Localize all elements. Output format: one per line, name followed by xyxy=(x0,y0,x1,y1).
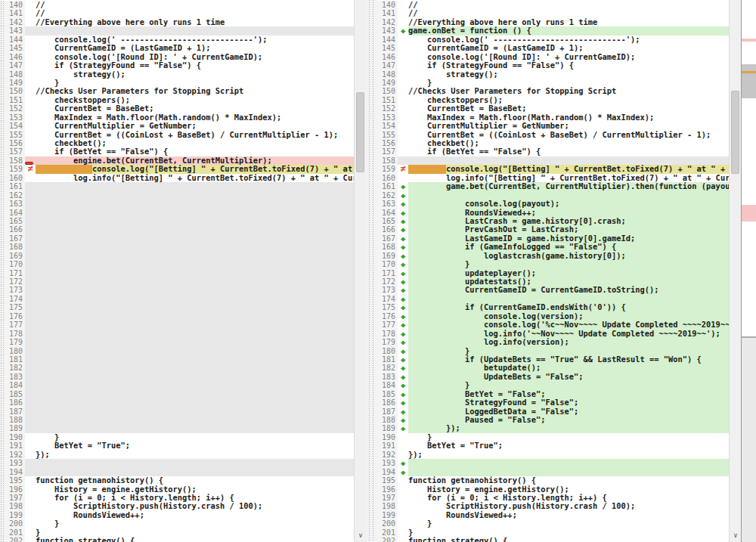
code-line-left-189[interactable]: 189 xyxy=(0,424,354,432)
code-line-left-182[interactable]: 182 xyxy=(0,364,354,372)
code-line-left-158[interactable]: 158 engine.bet(CurrentBet, CurrentMultip… xyxy=(0,156,354,165)
code-line-right-200[interactable]: 200 } xyxy=(376,519,729,528)
code-line-left-165[interactable]: 165 xyxy=(0,217,354,225)
code-line-right-155[interactable]: 155 CurrentBet = ((CoinLost + BaseBet) /… xyxy=(376,131,729,139)
code-line-left-159[interactable]: 159≠ console.log("[Betting] " + CurrentB… xyxy=(0,165,354,173)
code-line-left-185[interactable]: 185 xyxy=(0,390,354,398)
code-line-right-194[interactable]: 194✚ xyxy=(376,468,729,476)
code-line-right-166[interactable]: 166✚ PrevCashOut = LastCrash; xyxy=(376,225,729,234)
code-line-right-161[interactable]: 161✚ game.bet(CurrentBet, CurrentMultipl… xyxy=(376,182,729,190)
code-line-right-193[interactable]: 193✚ xyxy=(376,459,729,467)
code-line-left-177[interactable]: 177 xyxy=(0,321,354,329)
code-line-right-142[interactable]: 142//Everything above here only runs 1 t… xyxy=(376,18,729,26)
code-line-left-170[interactable]: 170 xyxy=(0,260,354,268)
left-editor-pane[interactable]: 140//141//142//Everything above here onl… xyxy=(0,0,354,542)
code-line-right-169[interactable]: 169✚ loglastcrash(game.history[0]); xyxy=(376,252,729,260)
code-line-left-145[interactable]: 145 CurrentGameID = (LastGameID + 1); xyxy=(0,44,354,52)
code-line-left-150[interactable]: 150//Checks User Parameters for Stopping… xyxy=(0,87,354,95)
code-line-left-188[interactable]: 188 xyxy=(0,416,354,424)
code-line-left-153[interactable]: 153 MaxIndex = Math.floor(Math.random() … xyxy=(0,113,354,122)
code-line-right-164[interactable]: 164✚ RoundsViewed++; xyxy=(376,209,729,217)
code-line-left-190[interactable]: 190 } xyxy=(0,433,354,441)
code-line-right-157[interactable]: 157 if (BetYet == "False") { xyxy=(376,147,729,156)
code-line-left-140[interactable]: 140// xyxy=(0,1,354,9)
code-line-right-151[interactable]: 151 checkstoppers(); xyxy=(376,96,729,104)
code-line-left-147[interactable]: 147 if (StrategyFound == "False") { xyxy=(0,61,354,70)
right-scrollbar-thumb[interactable] xyxy=(731,91,739,174)
code-line-right-196[interactable]: 196 History = engine.getHistory(); xyxy=(376,485,729,494)
code-line-left-192[interactable]: 192}); xyxy=(0,451,354,459)
code-line-right-187[interactable]: 187✚ LoggedBetData = "False"; xyxy=(376,407,729,416)
right-scrollbar-down-button[interactable]: ∨ xyxy=(730,530,742,542)
code-line-left-162[interactable]: 162 xyxy=(0,191,354,200)
code-line-left-155[interactable]: 155 CurrentBet = ((CoinLost + BaseBet) /… xyxy=(0,131,354,139)
code-line-left-199[interactable]: 199 RoundsViewed++; xyxy=(0,511,354,519)
left-scrollbar-down-button[interactable]: ∨ xyxy=(355,530,367,542)
code-line-right-175[interactable]: 175✚ if (CurrentGameID.endsWith('0')) { xyxy=(376,303,729,311)
code-line-left-168[interactable]: 168 xyxy=(0,243,354,251)
code-line-right-189[interactable]: 189✚ }); xyxy=(376,424,729,432)
pane-splitter[interactable] xyxy=(366,0,376,542)
code-line-right-174[interactable]: 174✚ xyxy=(376,295,729,303)
code-line-left-186[interactable]: 186 xyxy=(0,398,354,407)
code-line-right-158[interactable]: 158 xyxy=(376,156,729,165)
code-line-left-160[interactable]: 160 log.info("[Betting] " + CurrentBet.t… xyxy=(0,174,354,182)
code-line-right-201[interactable]: 201} xyxy=(376,528,729,537)
code-line-left-178[interactable]: 178 xyxy=(0,330,354,338)
code-line-right-144[interactable]: 144 console.log(' ----------------------… xyxy=(376,36,729,44)
code-line-right-179[interactable]: 179✚ log.info(version); xyxy=(376,338,729,346)
code-line-right-147[interactable]: 147 if (StrategyFound == "False") { xyxy=(376,61,729,70)
code-line-right-160[interactable]: 160 log.info("[Betting] " + CurrentBet.t… xyxy=(376,174,729,182)
code-line-left-187[interactable]: 187 xyxy=(0,407,354,416)
code-line-right-191[interactable]: 191 BetYet = "True"; xyxy=(376,441,729,450)
code-line-right-146[interactable]: 146 console.log('[Round ID]: ' + Current… xyxy=(376,53,729,61)
code-line-right-186[interactable]: 186✚ StrategyFound = "False"; xyxy=(376,398,729,407)
code-line-right-181[interactable]: 181✚ if (UpdateBets == "True" && LastRes… xyxy=(376,355,729,364)
code-line-right-145[interactable]: 145 CurrentGameID = (LastGameID + 1); xyxy=(376,44,729,52)
code-line-right-156[interactable]: 156 checkbet(); xyxy=(376,139,729,147)
code-line-left-161[interactable]: 161 xyxy=(0,182,354,190)
code-line-right-182[interactable]: 182✚ betupdate(); xyxy=(376,364,729,372)
code-line-left-157[interactable]: 157 if (BetYet == "False") { xyxy=(0,147,354,156)
code-line-right-163[interactable]: 163✚ console.log(payout); xyxy=(376,200,729,208)
code-line-left-151[interactable]: 151 checkstoppers(); xyxy=(0,96,354,104)
code-line-right-177[interactable]: 177✚ console.log('%c~~Nov~~~~ Update Com… xyxy=(376,321,729,329)
code-line-right-176[interactable]: 176✚ console.log(version); xyxy=(376,312,729,321)
code-line-left-174[interactable]: 174 xyxy=(0,295,354,303)
code-line-left-193[interactable]: 193 xyxy=(0,459,354,467)
code-line-left-176[interactable]: 176 xyxy=(0,312,354,321)
code-line-right-143[interactable]: 143✚game.onBet = function () { xyxy=(376,26,729,35)
code-line-right-165[interactable]: 165✚ LastCrash = game.history[0].crash; xyxy=(376,217,729,225)
code-line-left-171[interactable]: 171 xyxy=(0,269,354,277)
code-line-left-201[interactable]: 201} xyxy=(0,528,354,537)
code-line-right-173[interactable]: 173✚ CurrentGameID = CurrentGameID.toStr… xyxy=(376,286,729,294)
code-line-left-166[interactable]: 166 xyxy=(0,225,354,234)
code-line-right-185[interactable]: 185✚ BetYet = "False"; xyxy=(376,390,729,398)
code-line-left-198[interactable]: 198 ScriptHistory.push(History.crash / 1… xyxy=(0,502,354,510)
code-line-left-163[interactable]: 163 xyxy=(0,200,354,208)
code-line-right-148[interactable]: 148 strategy(); xyxy=(376,70,729,79)
code-line-right-190[interactable]: 190 } xyxy=(376,433,729,441)
code-line-right-197[interactable]: 197 for (i = 0; i < History.length; i++)… xyxy=(376,494,729,502)
code-line-left-181[interactable]: 181 xyxy=(0,355,354,364)
code-line-left-200[interactable]: 200 } xyxy=(0,519,354,528)
code-line-right-202[interactable]: 202function strategy() { xyxy=(376,537,729,542)
code-line-right-171[interactable]: 171✚ updateplayer(); xyxy=(376,269,729,277)
code-line-right-178[interactable]: 178✚ log.info('~~Nov~~~~ Update Complete… xyxy=(376,330,729,338)
left-pane-vertical-scrollbar[interactable]: ∨ xyxy=(354,0,366,542)
code-line-right-192[interactable]: 192}); xyxy=(376,451,729,459)
code-line-right-183[interactable]: 183✚ UpdateBets = "False"; xyxy=(376,373,729,381)
code-line-left-173[interactable]: 173 xyxy=(0,286,354,294)
code-line-left-169[interactable]: 169 xyxy=(0,252,354,260)
code-line-left-183[interactable]: 183 xyxy=(0,373,354,381)
code-line-left-202[interactable]: 202function strategy() { xyxy=(0,537,354,542)
code-line-right-153[interactable]: 153 MaxIndex = Math.floor(Math.random() … xyxy=(376,113,729,122)
left-scrollbar-thumb[interactable] xyxy=(356,92,364,172)
code-line-right-152[interactable]: 152 CurrentBet = BaseBet; xyxy=(376,104,729,113)
code-line-left-191[interactable]: 191 BetYet = "True"; xyxy=(0,441,354,450)
code-line-left-154[interactable]: 154 CurrentMultiplier = GetNumber; xyxy=(0,122,354,130)
code-line-right-149[interactable]: 149 } xyxy=(376,79,729,87)
code-line-right-140[interactable]: 140// xyxy=(376,1,729,9)
code-line-right-180[interactable]: 180✚ } xyxy=(376,347,729,355)
code-line-right-198[interactable]: 198 ScriptHistory.push(History.crash / 1… xyxy=(376,502,729,510)
